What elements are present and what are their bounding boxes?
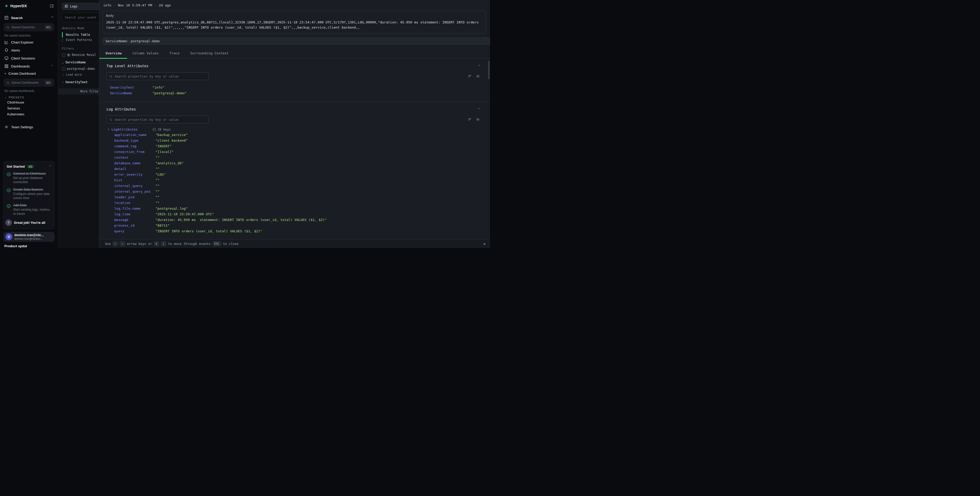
attribute-key[interactable]: ServiceName: [110, 90, 152, 96]
tab-column-values[interactable]: Column Values: [127, 48, 164, 59]
mode-event-patterns[interactable]: Event Patterns: [62, 37, 99, 43]
body-text[interactable]: 2025-11-10 23:59:47.000 UTC,postgres,ana…: [106, 20, 482, 30]
attribute-key[interactable]: database_name: [114, 160, 156, 166]
log-attributes-root[interactable]: ▾ LogAttributes {} 28 keys: [99, 123, 490, 131]
attribute-value[interactable]: "": [156, 189, 159, 195]
attribute-value[interactable]: "": [156, 200, 159, 206]
attribute-value[interactable]: "": [156, 155, 159, 160]
attribute-value[interactable]: "LOG": [156, 172, 165, 177]
attribute-key[interactable]: connection_from: [114, 149, 156, 155]
attribute-row[interactable]: application_name "backup_service": [99, 132, 490, 138]
caret-down-icon[interactable]: ▾: [108, 128, 111, 131]
product-updates-teaser[interactable]: Product updat: [3, 242, 54, 248]
preset-item[interactable]: ClickHouse: [3, 99, 54, 105]
get-started-header[interactable]: Get Started 3/3 ⌃: [7, 164, 51, 168]
attribute-key[interactable]: SeverityText: [110, 85, 152, 90]
get-started-item[interactable]: Create Data Sources Configure where your…: [7, 188, 51, 200]
attribute-row[interactable]: SeverityText "info": [99, 85, 490, 90]
top-level-search[interactable]: [107, 72, 208, 80]
attribute-row[interactable]: log_time "2025-11-10 23:59:47.000 UTC": [99, 211, 490, 217]
attribute-row[interactable]: connection_from "[local]": [99, 149, 490, 155]
attribute-key[interactable]: internal_query: [114, 183, 156, 189]
attribute-row[interactable]: process_id "88711": [99, 223, 490, 228]
attribute-value[interactable]: "": [156, 195, 159, 200]
tab-trace[interactable]: Trace: [164, 48, 185, 59]
attribute-value[interactable]: "[local]": [156, 149, 173, 155]
attribute-row[interactable]: ServiceName "postgresql-demo": [99, 90, 490, 96]
sidebar-item-team-settings[interactable]: Team Settings: [3, 123, 54, 131]
attribute-key[interactable]: query: [114, 228, 156, 234]
attribute-row[interactable]: context "": [99, 155, 490, 160]
attribute-value[interactable]: "info": [152, 85, 164, 90]
attribute-key[interactable]: command_tag: [114, 144, 156, 149]
preset-item[interactable]: Kubernetes: [3, 111, 54, 117]
attribute-value[interactable]: "2025-11-10 23:59:47.000 UTC": [156, 211, 214, 217]
attribute-key[interactable]: internal_query_pos: [114, 189, 156, 195]
user-menu[interactable]: D dominic.tran@clic... dominic.tran@clic…: [3, 232, 54, 242]
detail-scroll-area[interactable]: Top Level Attributes ⌃ SeverityText "inf…: [99, 59, 490, 239]
attribute-value[interactable]: "duration: 45.950 ms statement: INSERT I…: [156, 217, 326, 223]
log-attributes-search-input[interactable]: [115, 118, 206, 121]
attribute-value[interactable]: "postgresql.log": [156, 206, 188, 211]
attribute-row[interactable]: command_tag "INSERT": [99, 144, 490, 149]
filter-group-servicename[interactable]: ⌄ ServiceName: [62, 61, 99, 64]
saved-dashboards-button[interactable]: Saved Dashboards ⌘K: [4, 79, 54, 86]
preset-item[interactable]: Services: [3, 105, 54, 111]
load-more-link[interactable]: › Load more: [62, 73, 99, 77]
chevron-up-icon[interactable]: ⌃: [478, 107, 480, 111]
attribute-row[interactable]: internal_query "": [99, 183, 490, 189]
row-options-icon[interactable]: [468, 117, 472, 121]
attribute-key[interactable]: detail: [114, 166, 156, 172]
sidebar-item-search[interactable]: Search ⌃: [3, 14, 54, 21]
sidebar-toggle-icon[interactable]: [50, 4, 54, 8]
attribute-row[interactable]: hint "": [99, 177, 490, 183]
settings-gear-icon[interactable]: [476, 117, 480, 121]
attribute-key[interactable]: error_severity: [114, 172, 156, 177]
chevron-up-icon[interactable]: ⌃: [51, 64, 54, 68]
attribute-value[interactable]: "INSERT": [156, 144, 172, 149]
attribute-row[interactable]: log.file.name "postgresql.log": [99, 206, 490, 211]
attribute-value[interactable]: "": [156, 166, 159, 172]
more-filters-button[interactable]: More filte: [58, 88, 99, 94]
attribute-value[interactable]: "88711": [156, 223, 170, 228]
get-started-item[interactable]: Connect to ClickHouse Set up your databa…: [7, 172, 51, 184]
sidebar-item-alerts[interactable]: Alerts: [3, 46, 54, 54]
attribute-key[interactable]: log_time: [114, 211, 156, 217]
attribute-key[interactable]: location: [114, 200, 156, 206]
create-dashboard-button[interactable]: + Create Dashboard: [3, 70, 54, 77]
attribute-row[interactable]: message "duration: 45.950 ms statement: …: [99, 217, 490, 223]
get-started-item[interactable]: Add Data Start sending logs, metrics, or…: [7, 203, 51, 216]
attribute-row[interactable]: leader_pid "": [99, 195, 490, 200]
tab-surrounding-context[interactable]: Surrounding Context: [185, 48, 234, 59]
attribute-key[interactable]: application_name: [114, 132, 156, 138]
attribute-key[interactable]: message: [114, 217, 156, 223]
attribute-row[interactable]: detail "": [99, 166, 490, 172]
filter-option-postgresql-demo[interactable]: postgresql-demo: [62, 67, 99, 70]
tab-overview[interactable]: Overview: [99, 48, 127, 59]
settings-gear-icon[interactable]: [476, 74, 480, 78]
denoise-checkbox[interactable]: [62, 53, 65, 57]
chevron-up-icon[interactable]: ⌃: [51, 16, 54, 19]
event-search-input[interactable]: Search your event: [62, 13, 99, 22]
denoise-toggle[interactable]: Denoise Resul: [62, 53, 99, 57]
sidebar-item-chart-explorer[interactable]: Chart Explorer: [3, 38, 54, 46]
filter-group-severitytext[interactable]: › SeverityText: [62, 80, 99, 84]
attribute-row[interactable]: database_name "analytics_db": [99, 160, 490, 166]
chevron-up-icon[interactable]: ⌃: [49, 165, 51, 168]
source-selector-button[interactable]: Logs: [62, 3, 99, 10]
attribute-value[interactable]: "": [156, 183, 159, 189]
attribute-value[interactable]: "INSERT INTO orders (user_id, total) VAL…: [156, 228, 262, 234]
attribute-row[interactable]: internal_query_pos "": [99, 189, 490, 195]
sidebar-item-client-sessions[interactable]: Client Sessions: [3, 54, 54, 62]
attribute-value[interactable]: "postgresql-demo": [152, 90, 186, 96]
attribute-key[interactable]: hint: [114, 177, 156, 183]
scrollbar-thumb[interactable]: [488, 61, 490, 79]
attribute-value[interactable]: "client backend": [156, 138, 188, 144]
attribute-key[interactable]: backend_type: [114, 138, 156, 144]
close-icon[interactable]: ✕: [483, 242, 485, 246]
attribute-value[interactable]: "": [156, 177, 159, 183]
saved-searches-button[interactable]: Saved Searches ⌘K: [4, 24, 54, 31]
attribute-key[interactable]: context: [114, 155, 156, 160]
sidebar-item-dashboards[interactable]: Dashboards ⌃: [3, 62, 54, 70]
attribute-value[interactable]: "backup_service": [156, 132, 188, 138]
